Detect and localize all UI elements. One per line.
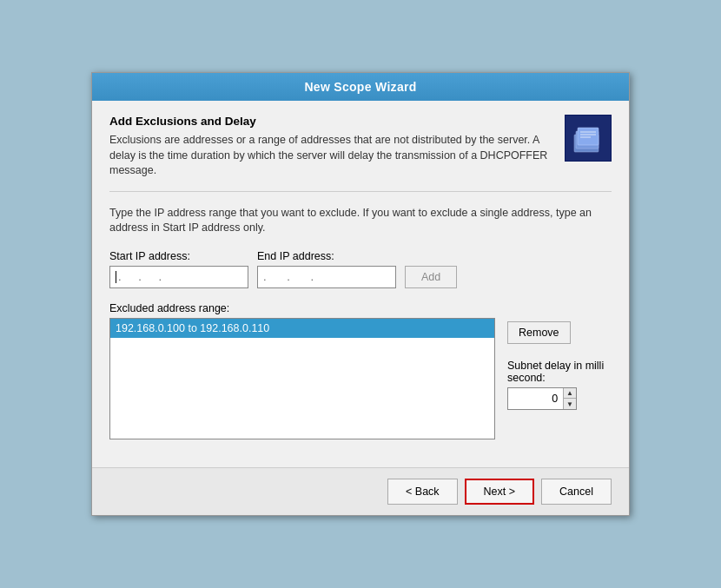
start-ip-input[interactable]: . . . xyxy=(109,266,248,288)
excluded-address-listbox[interactable]: 192.168.0.100 to 192.168.0.110 xyxy=(109,318,495,439)
dialog-title: New Scope Wizard xyxy=(304,80,416,94)
end-ip-group: End IP address: . . . xyxy=(257,250,396,288)
excluded-section: Excluded address range: 192.168.0.100 to… xyxy=(109,302,612,439)
end-ip-label: End IP address: xyxy=(257,250,396,262)
cursor xyxy=(116,271,116,283)
network-folder-icon xyxy=(569,119,607,157)
end-ip-input[interactable]: . . . xyxy=(257,266,396,288)
spinner-down-button[interactable]: ▼ xyxy=(564,399,576,409)
ip-separators: . . . xyxy=(118,270,169,283)
header-section: Add Exclusions and Delay Exclusions are … xyxy=(109,115,612,192)
spinner-up-button[interactable]: ▲ xyxy=(564,388,576,400)
start-ip-label: Start IP address: xyxy=(109,250,248,262)
cancel-button[interactable]: Cancel xyxy=(541,479,612,505)
section-title: Add Exclusions and Delay xyxy=(109,115,552,128)
excluded-range-label: Excluded address range: xyxy=(109,302,495,314)
dialog-footer: < Back Next > Cancel xyxy=(92,467,629,515)
back-button[interactable]: < Back xyxy=(387,479,458,505)
list-item[interactable]: 192.168.0.100 to 192.168.0.110 xyxy=(110,319,494,338)
section-description: Exclusions are addresses or a range of a… xyxy=(109,133,552,179)
add-button[interactable]: Add xyxy=(405,266,457,288)
instruction-text: Type the IP address range that you want … xyxy=(109,206,612,236)
excluded-right: Remove Subnet delay in milli second: 0 ▲… xyxy=(507,302,612,439)
subnet-delay-label: Subnet delay in milli second: xyxy=(507,360,612,384)
dialog-title-bar: New Scope Wizard xyxy=(92,73,629,101)
ip-separators-end: . . . xyxy=(263,270,322,283)
excluded-left: Excluded address range: 192.168.0.100 to… xyxy=(109,302,495,439)
header-text: Add Exclusions and Delay Exclusions are … xyxy=(109,115,552,179)
new-scope-wizard-dialog: New Scope Wizard Add Exclusions and Dela… xyxy=(91,72,630,516)
spinner-value: 0 xyxy=(508,393,563,405)
header-icon xyxy=(565,115,612,162)
spinner-buttons: ▲ ▼ xyxy=(563,388,576,409)
next-button[interactable]: Next > xyxy=(465,479,534,505)
start-ip-group: Start IP address: . . . xyxy=(109,250,248,288)
subnet-delay-spinner[interactable]: 0 ▲ ▼ xyxy=(507,387,577,410)
dialog-content: Add Exclusions and Delay Exclusions are … xyxy=(92,101,629,467)
remove-button[interactable]: Remove xyxy=(507,321,571,344)
subnet-delay-section: Subnet delay in milli second: 0 ▲ ▼ xyxy=(507,360,612,410)
svg-rect-2 xyxy=(578,128,599,145)
ip-fields-row: Start IP address: . . . End IP address: … xyxy=(109,250,612,288)
